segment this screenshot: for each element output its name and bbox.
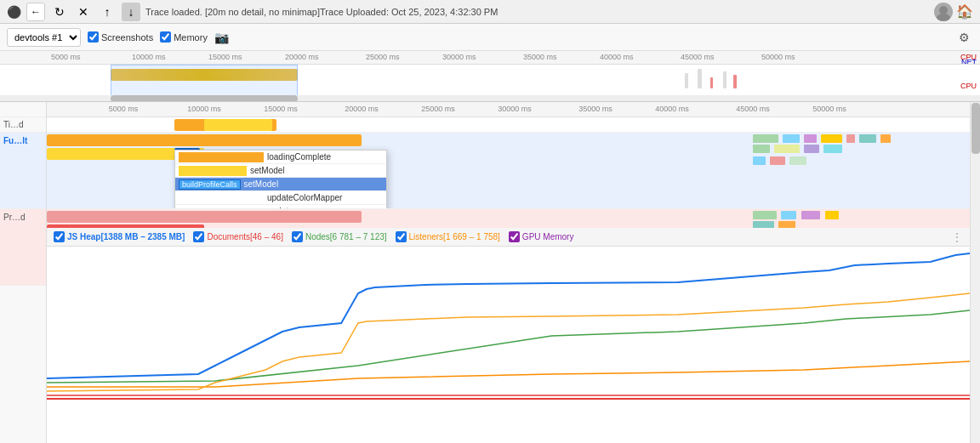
jsheap-label: JS Heap[1388 MB – 2385 MB] — [67, 232, 185, 241]
ruler-mark-25000: 25000 ms — [366, 53, 400, 61]
ruler-mark-20000: 20000 ms — [285, 53, 319, 61]
top-icons: 🏠 — [934, 3, 973, 21]
ruler-mark-10000: 10000 ms — [132, 53, 166, 61]
overview-right-spikes — [681, 65, 749, 88]
main-area: Ti…d Fu…lt Pr…d 5000 ms 10000 ms 15000 m… — [0, 102, 980, 443]
overview-ruler: 5000 ms 10000 ms 15000 ms 20000 ms 25000… — [0, 51, 980, 65]
upload-button[interactable]: ↑ — [98, 3, 117, 21]
ruler-mark-50000: 50000 ms — [761, 53, 795, 61]
timeline-ruler: 5000 ms 10000 ms 15000 ms 20000 ms 25000… — [47, 102, 970, 117]
legend-listeners[interactable]: Listeners[1 669 – 1 758] — [396, 231, 500, 242]
track-label-text-2: Pr…d — [3, 213, 26, 222]
screenshots-label: Screenshots — [101, 32, 153, 43]
circle-icon: ⚫ — [7, 5, 21, 19]
t-mark-30000: 30000 ms — [498, 105, 532, 113]
popup-bar-1 — [179, 166, 247, 176]
legend-gpu[interactable]: GPU Memory — [509, 231, 574, 242]
t-mark-20000: 20000 ms — [345, 105, 379, 113]
svg-rect-23 — [801, 211, 820, 219]
popup-val-3: updateColorMapper — [267, 193, 342, 202]
settings-button[interactable]: ⚙ — [954, 28, 973, 47]
svg-rect-6 — [733, 75, 737, 88]
legend-nodes[interactable]: Nodes[6 781 – 7 123] — [292, 231, 387, 242]
popup-row-0: loadingComplete — [175, 151, 386, 164]
legend-documents[interactable]: Documents[46 – 46] — [193, 231, 283, 242]
ruler-mark-30000: 30000 ms — [442, 53, 476, 61]
listeners-label: Listeners[1 669 – 1 758] — [409, 232, 500, 241]
track-label-ruler — [0, 102, 46, 117]
flame-track-2[interactable] — [47, 209, 970, 228]
svg-rect-26 — [778, 221, 795, 228]
vertical-scrollbar[interactable] — [970, 102, 980, 443]
svg-rect-24 — [825, 211, 839, 219]
nodes-checkbox[interactable] — [292, 231, 303, 242]
svg-rect-2 — [685, 73, 688, 88]
svg-rect-5 — [723, 71, 726, 88]
memory-legend: JS Heap[1388 MB – 2385 MB] Documents[46 … — [47, 228, 970, 247]
svg-rect-7 — [753, 134, 778, 143]
stop-button[interactable]: ✕ — [74, 3, 93, 21]
timeline-content[interactable]: 5000 ms 10000 ms 15000 ms 20000 ms 25000… — [47, 102, 970, 443]
legend-jsheap[interactable]: JS Heap[1388 MB – 2385 MB] — [54, 231, 185, 242]
t-mark-5000: 5000 ms — [109, 105, 139, 113]
listeners-checkbox[interactable] — [396, 231, 407, 242]
svg-rect-16 — [804, 145, 819, 153]
flame-track-1[interactable]: bPC loadingComplete setModel buildProfil… — [47, 133, 970, 209]
svg-rect-18 — [753, 156, 766, 165]
cpu-right-label: CPU — [960, 80, 977, 92]
t-mark-15000: 15000 ms — [264, 105, 298, 113]
svg-rect-20 — [789, 156, 806, 165]
memory-checkbox[interactable] — [160, 31, 171, 43]
screenshots-checkbox[interactable] — [88, 31, 99, 43]
t-mark-45000: 45000 ms — [736, 105, 770, 113]
toolbar: devtools #1 Screenshots Memory 📷 ⚙ — [0, 24, 980, 51]
drag-handle-icon[interactable]: ⋮ — [951, 230, 963, 244]
devtools-select[interactable]: devtools #1 — [7, 28, 81, 47]
track-label-prd: Pr…d — [0, 209, 46, 286]
gpu-label: GPU Memory — [522, 232, 574, 241]
ruler-mark-40000: 40000 ms — [600, 53, 634, 61]
ruler-mark-15000: 15000 ms — [208, 53, 242, 61]
flame-area[interactable]: bPC loadingComplete setModel buildProfil… — [47, 117, 970, 228]
horizontal-scrollbar[interactable] — [0, 95, 980, 102]
svg-rect-10 — [821, 134, 842, 143]
scrollbar-thumb[interactable] — [111, 95, 298, 102]
svg-rect-21 — [753, 211, 777, 219]
ruler-mark-5000: 5000 ms — [51, 53, 81, 61]
svg-rect-25 — [753, 221, 774, 228]
popup-row-1: setModel — [175, 164, 386, 178]
svg-rect-14 — [753, 145, 770, 153]
svg-rect-3 — [698, 69, 702, 88]
flame-block-0-1 — [204, 119, 272, 131]
flame-block-1-base — [47, 134, 362, 146]
gpu-checkbox[interactable] — [509, 231, 520, 242]
reload-button[interactable]: ↻ — [50, 3, 69, 21]
svg-rect-13 — [880, 134, 891, 143]
popup-val-0: loadingComplete — [267, 152, 331, 162]
track-label-fult: Fu…lt — [0, 133, 46, 209]
flame-popup: loadingComplete setModel buildProfileCal… — [174, 150, 387, 209]
overview-bars[interactable]: CPU NET — [0, 65, 980, 102]
nodes-label: Nodes[6 781 – 7 123] — [305, 232, 387, 241]
camera-icon: 📷 — [214, 31, 229, 44]
popup-val-2: setModel — [244, 179, 279, 189]
svg-rect-11 — [846, 134, 855, 143]
net-label: NET — [961, 58, 977, 65]
popup-row-2[interactable]: buildProfileCalls setModel — [175, 178, 386, 191]
svg-rect-22 — [781, 211, 796, 219]
screenshots-checkbox-label: Screenshots — [88, 31, 153, 43]
download-button[interactable]: ↓ — [122, 3, 140, 21]
jsheap-checkbox[interactable] — [54, 231, 65, 242]
popup-val-1: setModel — [250, 166, 285, 175]
svg-rect-4 — [710, 77, 713, 88]
svg-rect-17 — [823, 145, 842, 153]
popup-buildprofile-label: buildProfileCalls — [179, 179, 241, 190]
v-scrollbar-thumb[interactable] — [971, 103, 980, 154]
home-icon[interactable]: 🏠 — [956, 3, 973, 20]
right-colorful-bars — [749, 133, 919, 209]
nav-back-button[interactable]: ← — [26, 3, 45, 21]
documents-label: Documents[46 – 46] — [207, 232, 283, 241]
memory-graph — [47, 247, 970, 400]
documents-checkbox[interactable] — [193, 231, 204, 242]
svg-rect-9 — [804, 134, 817, 143]
